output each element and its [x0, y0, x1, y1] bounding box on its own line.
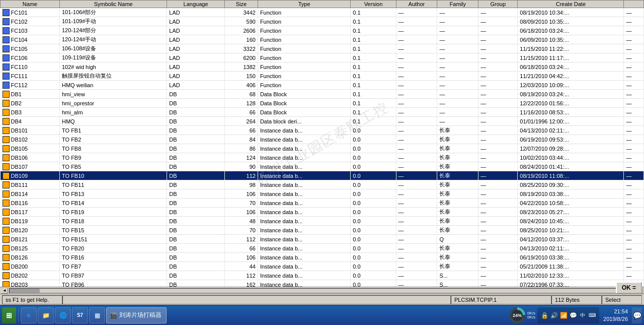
- cell-tail: —: [624, 171, 644, 180]
- table-row[interactable]: DB102 TO FB2DB84Instance data b...0.0—长泰…: [1, 135, 644, 144]
- table-row[interactable]: FC104 120-124#手动LAD160Function0.1———06/0…: [1, 35, 644, 44]
- cell-sym: 102# wid high: [60, 62, 167, 72]
- name-text: DB200: [11, 264, 28, 270]
- col-version: Version: [351, 1, 396, 8]
- table-row[interactable]: DB4 HMQDB264Data block deri...0.1———01/0…: [1, 117, 644, 126]
- table-row[interactable]: DB119 TO FB18DB48Instance data b...0.0—长…: [1, 217, 644, 226]
- cell-family: 长泰: [437, 126, 478, 135]
- table-row[interactable]: DB114 TO FB13DB106Instance data b...0.0—…: [1, 189, 644, 199]
- cell-group: —: [478, 226, 518, 235]
- horizontal-scrollbar[interactable]: ◄ ►: [0, 287, 644, 294]
- table-row[interactable]: FC101 101-106#部分LAD3442Function0.1———08/…: [1, 8, 644, 17]
- cell-lang: DB: [167, 189, 224, 199]
- table-row[interactable]: DB109 TO FB10DB112Instance data b...0.0—…: [1, 171, 644, 180]
- cell-name: DB107: [1, 162, 60, 171]
- cell-name: FC103: [1, 26, 60, 35]
- cell-date: 08/24/2010 10:45:...: [518, 217, 624, 226]
- table-row[interactable]: FC111 触摸屏按钮自动复位LAD150Function0.1———11/21…: [1, 72, 644, 81]
- row-icon: [3, 163, 10, 170]
- table-row[interactable]: DB125 TO FB20DB66Instance data b...0.0—长…: [1, 244, 644, 253]
- cell-author: —: [396, 226, 437, 235]
- cell-ver: 0.0: [351, 208, 396, 217]
- table-row[interactable]: FC106 109-119#设备LAD6200Function0.1———11/…: [1, 53, 644, 62]
- table-row[interactable]: DB116 TO FB14DB70Instance data b...0.0—长…: [1, 199, 644, 208]
- table-row[interactable]: DB120 TO FB15DB70Instance data b...0.0—长…: [1, 226, 644, 235]
- table-row[interactable]: DB126 TO FB16DB106Instance data b...0.0—…: [1, 253, 644, 262]
- cell-tail: —: [624, 108, 644, 117]
- taskbar-simatic-button[interactable]: S7: [72, 307, 88, 323]
- table-row[interactable]: DB121 TO FB151DB112Instance data b...0.0…: [1, 235, 644, 244]
- cell-name: DB121: [1, 235, 60, 244]
- table-row[interactable]: DB203 TO FB96DB162Instance data b...0.0—…: [1, 280, 644, 287]
- notification-button[interactable]: 💬: [632, 307, 642, 323]
- table-row[interactable]: DB2 hmi_oprestorDB128Data Block0.1———12/…: [1, 99, 644, 108]
- table-row[interactable]: DB202 TO FB97DB112Instance data b...0.0—…: [1, 271, 644, 280]
- taskbar-sep-1: [18, 308, 19, 322]
- cell-type: Data Block: [258, 90, 350, 99]
- cell-lang: DB: [167, 108, 224, 117]
- cell-sym: TO FB19: [60, 208, 167, 217]
- cell-date: 12/07/2010 09:28:...: [518, 144, 624, 153]
- scroll-track[interactable]: [9, 288, 635, 293]
- progress-area: 24% 0K/s 0K/s: [509, 307, 535, 323]
- cell-author: —: [396, 90, 437, 99]
- table-row[interactable]: DB200 TO FB7DB44Instance data b...0.0—长泰…: [1, 262, 644, 271]
- taskbar-ie-button[interactable]: e: [21, 307, 37, 323]
- cell-lang: DB: [167, 262, 224, 271]
- taskbar-browser-button[interactable]: 🌐: [55, 307, 71, 323]
- start-button[interactable]: ⊞: [2, 307, 16, 323]
- cell-size: 124: [224, 153, 258, 162]
- table-row[interactable]: DB105 TO FB8DB86Instance data b...0.0—长泰…: [1, 144, 644, 153]
- cell-tail: —: [624, 144, 644, 153]
- cell-family: —: [437, 35, 478, 44]
- table-row[interactable]: FC103 120-124#部分LAD2606Function0.1———06/…: [1, 26, 644, 35]
- taskbar-app6-button[interactable]: ▦: [89, 307, 105, 323]
- table-row[interactable]: DB117 TO FB19DB106Instance data b...0.0—…: [1, 208, 644, 217]
- cell-ver: 0.1: [351, 99, 396, 108]
- table-row[interactable]: DB106 TO FB9DB124Instance data b...0.0—长…: [1, 153, 644, 162]
- table-row[interactable]: DB101 TO FB1DB66Instance data b...0.0—长泰…: [1, 126, 644, 135]
- cell-lang: DB: [167, 271, 224, 280]
- col-size: Size: [224, 1, 258, 8]
- cell-group: —: [478, 171, 518, 180]
- table-row[interactable]: DB1 hmi_viewDB68Data Block0.1———08/19/20…: [1, 90, 644, 99]
- cell-type: Instance data b...: [258, 271, 350, 280]
- cell-type: Instance data b...: [258, 226, 350, 235]
- cell-tail: —: [624, 180, 644, 189]
- table-row[interactable]: DB111 TO FB11DB98Instance data b...0.0—长…: [1, 180, 644, 189]
- progress-text: 24%: [513, 313, 522, 318]
- table-row[interactable]: FC110 102# wid highLAD1382Function0.1———…: [1, 62, 644, 72]
- cell-sym: TO FB96: [60, 280, 167, 287]
- name-text: DB1: [11, 91, 22, 97]
- cell-name: DB105: [1, 144, 60, 153]
- cell-sym: HMQ weilian: [60, 81, 167, 90]
- cell-family: —: [437, 117, 478, 126]
- table-header-row: Name Symbolic Name Language Size Type Ve…: [1, 1, 644, 8]
- name-text: DB109: [11, 173, 28, 179]
- cell-family: —: [437, 99, 478, 108]
- name-text: FC110: [11, 64, 28, 70]
- cell-author: —: [396, 35, 437, 44]
- blocks-table: Name Symbolic Name Language Size Type Ve…: [0, 0, 644, 287]
- table-row[interactable]: FC102 101-109#手动LAD590Function0.1———08/0…: [1, 17, 644, 26]
- cell-family: 长泰: [437, 171, 478, 180]
- taskbar: ⊞ e 📁 🌐 S7 ▦ 🎬 刘涛片场打稿器 24% 0K/s 0K/s: [0, 305, 644, 325]
- scroll-left-btn[interactable]: ◄: [1, 288, 8, 294]
- cell-author: —: [396, 8, 437, 17]
- table-row[interactable]: FC105 106-108#设备LAD3322Function0.1———11/…: [1, 44, 644, 53]
- cell-tail: —: [624, 126, 644, 135]
- cell-author: —: [396, 208, 437, 217]
- cell-ver: 0.0: [351, 226, 396, 235]
- table-row[interactable]: DB3 hmi_almDB66Data Block0.1———11/16/201…: [1, 108, 644, 117]
- cell-name: DB109: [1, 171, 60, 180]
- cell-sym: TO FB13: [60, 189, 167, 199]
- table-container[interactable]: 苏州工业园区泰联工控 Name Symbolic Name Language S…: [0, 0, 644, 287]
- taskbar-folder-button[interactable]: 📁: [38, 307, 54, 323]
- ok-button[interactable]: OK =: [616, 282, 642, 294]
- table-row[interactable]: FC112 HMQ weilianLAD406Function0.1———12/…: [1, 81, 644, 90]
- taskbar-active-app-button[interactable]: 🎬 刘涛片场打稿器: [106, 307, 167, 323]
- cell-group: —: [478, 126, 518, 135]
- cell-lang: DB: [167, 135, 224, 144]
- cell-author: —: [396, 280, 437, 287]
- table-row[interactable]: DB107 TO FB5DB90Instance data b...0.0—长泰…: [1, 162, 644, 171]
